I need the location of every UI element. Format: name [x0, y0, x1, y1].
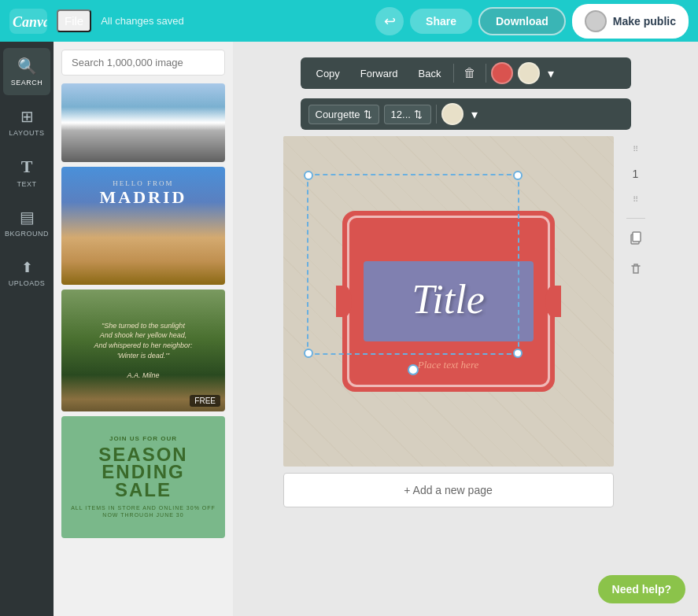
color-swatch-cream[interactable] — [518, 62, 540, 84]
avatar — [585, 10, 607, 32]
badge-notch-right — [545, 286, 561, 317]
font-size-stepper-icon: ⇅ — [414, 109, 423, 120]
sidebar-label-uploads: UPLOADS — [9, 279, 46, 287]
canvas-area: Copy Forward Back 🗑 ▾ Courgette ⇅ — [233, 42, 698, 616]
toolbar-separator — [453, 64, 454, 83]
badge-title: Title — [412, 276, 484, 323]
badge-subtitle: Place text here — [418, 359, 478, 371]
search-area — [54, 42, 233, 83]
list-item[interactable] — [61, 83, 225, 162]
sidebar-item-layouts[interactable]: ⊞ LAYOUTS — [3, 98, 50, 146]
badge-outer: Title Place text here — [342, 211, 555, 392]
sidebar-label-text: TEXT — [17, 180, 36, 188]
toolbar-actions: Copy Forward Back 🗑 ▾ — [308, 62, 558, 84]
font-color-dropdown[interactable]: ▾ — [468, 105, 481, 124]
font-selector[interactable]: Courgette ⇅ — [308, 105, 379, 124]
list-item[interactable]: JOIN US FOR OUR SEASONENDINGSALE ALL ITE… — [61, 416, 225, 538]
text-icon: T — [21, 157, 33, 177]
sale-image: JOIN US FOR OUR SEASONENDINGSALE ALL ITE… — [61, 416, 225, 538]
sidebar-item-uploads[interactable]: ⬆ UPLOADS — [3, 249, 50, 297]
font-toolbar: Courgette ⇅ 12... ⇅ ▾ — [301, 98, 631, 130]
badge-shape: Title Place text here — [342, 211, 555, 392]
color-swatch-red[interactable] — [491, 62, 513, 84]
make-public-button[interactable]: Make public — [572, 4, 689, 39]
sidebar-label-layouts: LAYOUTS — [9, 129, 45, 137]
font-size-control[interactable]: 12... ⇅ — [384, 105, 431, 124]
undo-button[interactable]: ↩ — [375, 7, 404, 35]
badge-notch-left — [336, 286, 352, 317]
make-public-label: Make public — [613, 15, 676, 28]
background-icon: ▤ — [20, 208, 35, 227]
layouts-icon: ⊞ — [20, 107, 34, 126]
divider — [626, 218, 645, 219]
download-button[interactable]: Download — [478, 7, 566, 35]
nature-image: "She turned to the sunlightAnd shook her… — [61, 290, 225, 411]
svg-text:Canva: Canva — [13, 14, 47, 30]
font-separator — [436, 105, 437, 124]
canvas-workspace: Title Place text here — [283, 136, 648, 507]
copy-page-icon[interactable] — [623, 225, 648, 250]
canvas-board[interactable]: Title Place text here — [283, 136, 614, 467]
search-icon: 🔍 — [17, 57, 37, 76]
sidebar-item-search[interactable]: 🔍 SEARCH — [3, 48, 50, 95]
right-icon-middle[interactable]: ⠿ — [623, 186, 648, 212]
need-help-button[interactable]: Need help? — [598, 575, 685, 603]
font-toolbar-row: Courgette ⇅ 12... ⇅ ▾ — [308, 103, 481, 125]
back-button[interactable]: Back — [411, 64, 449, 83]
font-dropdown-icon: ⇅ — [364, 109, 372, 120]
delete-button[interactable]: 🗑 — [459, 63, 481, 83]
saved-status: All changes saved — [101, 15, 366, 27]
sidebar-item-text[interactable]: T TEXT — [3, 149, 50, 196]
element-toolbar: Copy Forward Back 🗑 ▾ — [301, 57, 631, 89]
madrid-image: HELLO FROM MADRID — [61, 167, 225, 285]
sidebar-item-background[interactable]: ▤ BKGROUND — [3, 199, 50, 246]
list-item[interactable]: HELLO FROM MADRID — [61, 167, 225, 285]
toolbar-separator2 — [486, 64, 486, 83]
right-icon-top[interactable]: ⠿ — [623, 136, 648, 161]
sidebar: 🔍 SEARCH ⊞ LAYOUTS T TEXT ▤ BKGROUND ⬆ U… — [0, 42, 54, 616]
add-page-label: + Add a new page — [404, 484, 493, 496]
topbar-actions: ↩ Share Download Make public — [375, 4, 689, 39]
topbar: Canva File All changes saved ↩ Share Dow… — [0, 0, 698, 42]
forward-button[interactable]: Forward — [353, 64, 406, 83]
font-name: Courgette — [316, 109, 360, 120]
delete-page-icon[interactable] — [623, 256, 648, 282]
canva-logo[interactable]: Canva — [9, 7, 47, 35]
sidebar-label-search: SEARCH — [11, 79, 43, 87]
trash-icon: 🗑 — [463, 66, 476, 79]
share-button[interactable]: Share — [410, 9, 472, 34]
page-number: 1 — [633, 168, 639, 180]
main-area: 🔍 SEARCH ⊞ LAYOUTS T TEXT ▤ BKGROUND ⬆ U… — [0, 42, 698, 616]
font-size-value: 12... — [391, 109, 411, 120]
design-element[interactable]: Title Place text here — [342, 211, 555, 392]
sidebar-label-background: BKGROUND — [5, 230, 49, 238]
mountain-image — [61, 83, 225, 162]
image-panel: HELLO FROM MADRID "She turned to the sun… — [54, 42, 233, 616]
file-menu-button[interactable]: File — [57, 9, 91, 32]
canvas-right-panel: ⠿ 1 ⠿ — [623, 136, 648, 282]
image-list: HELLO FROM MADRID "She turned to the sun… — [54, 83, 233, 546]
nature-quote-text: "She turned to the sunlightAnd shook her… — [87, 315, 198, 387]
color-dropdown-button[interactable]: ▾ — [545, 65, 557, 83]
svg-rect-3 — [633, 232, 641, 242]
search-input[interactable] — [61, 50, 225, 76]
uploads-icon: ⬆ — [21, 259, 33, 276]
canvas-container: Title Place text here — [283, 136, 614, 507]
undo-icon: ↩ — [384, 13, 396, 30]
list-item[interactable]: "She turned to the sunlightAnd shook her… — [61, 290, 225, 411]
free-badge: FREE — [190, 395, 220, 407]
add-page-button[interactable]: + Add a new page — [283, 473, 614, 507]
font-color-swatch[interactable] — [441, 103, 463, 125]
copy-button[interactable]: Copy — [308, 64, 348, 83]
